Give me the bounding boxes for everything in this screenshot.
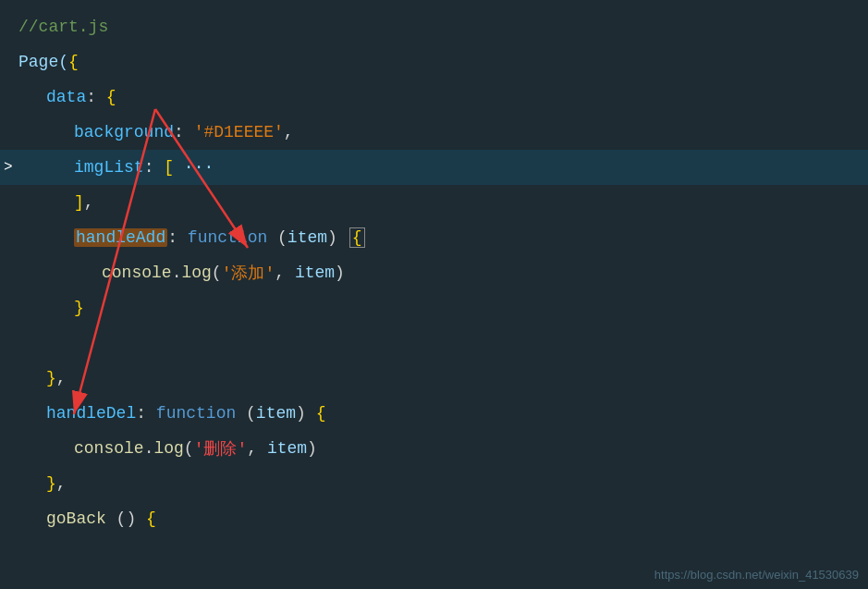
code-line-close-brace: } [0, 290, 868, 325]
code-editor: //cart.js Page({ data: { background: '#D… [0, 0, 868, 589]
console-obj2: console [74, 439, 144, 458]
code-line-close-handledel: }, [0, 466, 868, 501]
open-brace-box: { [349, 227, 365, 248]
array-open: [ [164, 158, 174, 177]
log-method: log [181, 264, 211, 282]
colon2: : [174, 123, 194, 141]
space: ( [267, 228, 287, 247]
close-brace: } [74, 299, 84, 317]
bg-value: '#D1EEEE' [194, 123, 284, 141]
code-line-goback: goBack () { [0, 501, 868, 536]
paren-close: ) [327, 228, 337, 247]
add-string: '添加' [222, 262, 275, 284]
page-call: Page( [18, 53, 68, 71]
watermark: https://blog.csdn.net/weixin_41530639 [654, 568, 859, 582]
handleadd-key: handleAdd [74, 228, 167, 247]
close-handledel-brace: } [46, 474, 56, 493]
comma: , [284, 123, 294, 141]
function-keyword2: function [156, 404, 236, 423]
item-param2: item [256, 404, 296, 423]
space2 [337, 228, 348, 247]
code-line-consolelog-add: console.log('添加', item) [0, 255, 868, 290]
bg-key: background [74, 123, 174, 141]
code-line-background: background: '#D1EEEE', [0, 115, 868, 150]
colon: : [86, 88, 106, 106]
goback-fn: goBack [46, 509, 106, 528]
paren2: ) [335, 264, 345, 282]
dot: . [172, 264, 182, 282]
code-line-consolelog-del: console.log('删除', item) [0, 431, 868, 466]
ellipsis: ··· [174, 158, 214, 177]
paren4: ( [184, 439, 194, 458]
colon4: : [167, 228, 188, 247]
paren3: ) [296, 404, 316, 423]
close-data-brace: } [46, 369, 56, 387]
brace3: { [146, 509, 156, 528]
brace2: { [316, 404, 326, 423]
data-key: data [46, 88, 86, 106]
comment-text: //cart.js [18, 18, 108, 36]
code-line-page: Page({ [0, 44, 868, 80]
paren1: ( [212, 264, 222, 282]
array-close: ] [74, 193, 84, 212]
open-brace: { [68, 53, 79, 71]
data-brace: { [106, 88, 116, 106]
comma2: , [84, 193, 94, 212]
log-method2: log [153, 439, 183, 458]
comma4: , [56, 369, 67, 387]
space4: () [106, 509, 146, 528]
comma3: , [275, 264, 295, 282]
code-line-handleadd: handleAdd: function (item) { [0, 220, 868, 255]
del-string: '删除' [194, 437, 248, 460]
code-line-comment: //cart.js [0, 9, 868, 44]
space3: ( [236, 404, 256, 423]
code-line-imglist: imgList: [ ··· [0, 150, 868, 185]
colon5: : [136, 404, 156, 423]
item-arg2: item [267, 439, 307, 458]
code-line-empty [0, 325, 868, 361]
function-keyword: function [188, 228, 267, 247]
comma6: , [56, 474, 67, 493]
code-line-handledel: handleDel: function (item) { [0, 396, 868, 431]
code-line-close-data: }, [0, 361, 868, 396]
comma5: , [247, 439, 267, 458]
code-line-array-close: ], [0, 185, 868, 220]
item-param: item [287, 228, 327, 247]
paren5: ) [307, 439, 317, 458]
imglist-key: imgList [74, 158, 144, 177]
dot2: . [144, 439, 154, 458]
item-arg: item [295, 264, 335, 282]
colon3: : [144, 158, 165, 177]
console-obj: console [102, 264, 172, 282]
handledel-key: handleDel [46, 404, 136, 423]
code-line-data: data: { [0, 80, 868, 115]
